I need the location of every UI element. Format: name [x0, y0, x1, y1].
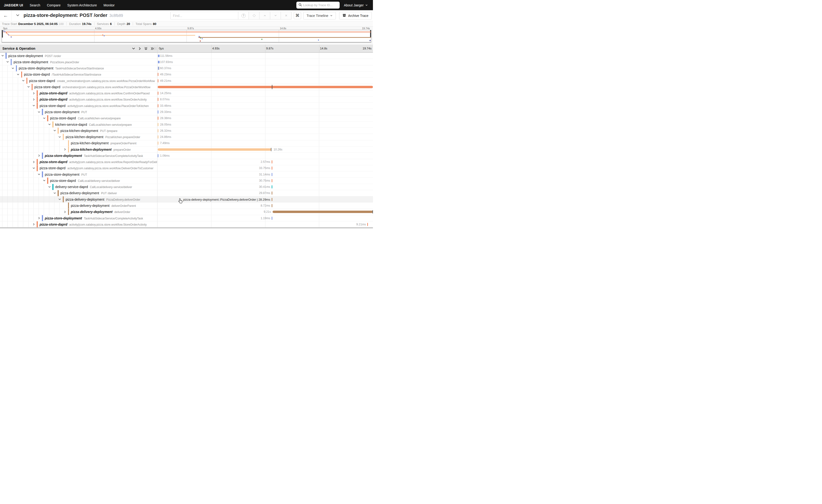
span-row[interactable]: pizza-store-daprdCallLocal/kitchen-servi… — [0, 115, 373, 121]
span-row[interactable]: pizza-store-daprdcreate_orchestration||c… — [0, 78, 373, 84]
span-row[interactable]: pizza-kitchen-deploymentprepareOrderPare… — [0, 140, 373, 146]
clear-find-button[interactable]: ✕ — [281, 12, 292, 19]
span-row-timeline[interactable]: 1.06ms — [157, 153, 373, 158]
span-bar[interactable] — [272, 204, 272, 207]
span-row-timeline[interactable]: 49.21ms — [157, 78, 373, 84]
span-row[interactable]: pizza-delivery-deploymentdeliverOrderPar… — [0, 202, 373, 209]
chevron-down-icon[interactable] — [48, 123, 51, 126]
trace-id-input[interactable] — [303, 3, 338, 7]
keyboard-shortcuts-button[interactable]: ⌘ — [294, 12, 301, 19]
span-bar[interactable] — [272, 216, 272, 220]
span-row[interactable]: pizza-store-deploymentPizzaStore.placeOr… — [0, 59, 373, 65]
span-bar[interactable] — [272, 198, 272, 201]
span-bar[interactable] — [158, 73, 158, 76]
span-row-timeline[interactable]: 31.14ms — [157, 171, 373, 177]
chevron-down-icon[interactable] — [43, 117, 46, 120]
prev-result-button[interactable] — [260, 12, 270, 19]
span-row[interactable]: pizza-kitchen-deploymentPizzaKitchen.pre… — [0, 134, 373, 140]
span-row-timeline[interactable]: 1.19ms — [157, 215, 373, 221]
chevron-right-icon[interactable] — [32, 98, 35, 101]
span-row-timeline[interactable]: 24.86ms — [157, 134, 373, 140]
chevron-down-icon[interactable] — [32, 104, 35, 107]
chevron-down-icon[interactable] — [6, 60, 9, 63]
span-row-timeline[interactable]: 49.23ms — [157, 72, 373, 77]
span-row[interactable]: pizza-store-daprdactivity||com.salaboy.p… — [0, 165, 373, 171]
span-bar[interactable] — [158, 79, 158, 82]
span-row-timeline[interactable]: 28.38ms — [157, 115, 373, 121]
span-bar[interactable] — [158, 142, 158, 145]
span-bar[interactable] — [158, 154, 158, 157]
span-row[interactable]: pizza-kitchen-deploymentPUT /prepare26.3… — [0, 128, 373, 134]
nav-item-compare[interactable]: Compare — [47, 3, 61, 7]
span-row-timeline[interactable]: 10.26s — [157, 146, 373, 152]
back-button[interactable]: ← — [0, 10, 12, 21]
chevron-down-icon[interactable] — [1, 54, 4, 57]
span-row-timeline[interactable]: 107.93ms — [157, 59, 373, 65]
chevron-right-icon[interactable] — [37, 154, 40, 157]
nav-item-system-architecture[interactable]: System Architecture — [67, 3, 97, 7]
chevron-down-icon[interactable] — [27, 85, 30, 88]
chevron-right-icon[interactable] — [32, 160, 35, 163]
archive-trace-button[interactable]: Archive Trace — [339, 12, 372, 19]
span-row[interactable]: pizza-store-deploymentTaskHubSidecarServ… — [0, 65, 373, 72]
span-row-timeline[interactable]: 8.72ms — [157, 202, 373, 208]
span-bar[interactable] — [272, 191, 272, 195]
minimap-left-handle[interactable] — [2, 30, 3, 38]
chevron-down-icon[interactable] — [53, 129, 56, 132]
span-row[interactable]: kitchen-service-daprdCallLocal/kitchen-s… — [0, 121, 373, 128]
span-bar[interactable] — [158, 67, 159, 70]
focus-span-button[interactable] — [249, 12, 260, 19]
chevron-down-icon[interactable] — [11, 67, 14, 70]
span-bar[interactable] — [158, 123, 158, 126]
collapse-trace-details-icon[interactable] — [16, 13, 20, 18]
span-bar[interactable] — [367, 223, 368, 226]
span-bar[interactable] — [158, 104, 158, 107]
span-row[interactable]: pizza-store-daprdactivity||com.salaboy.p… — [0, 90, 373, 96]
span-row-timeline[interactable]: 26.32ms — [157, 128, 373, 134]
chevron-down-icon[interactable] — [37, 173, 40, 176]
nav-item-monitor[interactable]: Monitor — [103, 3, 115, 7]
span-row-timeline[interactable]: 9.21ms — [157, 221, 373, 227]
span-bar[interactable] — [158, 92, 158, 95]
chevron-down-icon[interactable] — [43, 179, 46, 182]
chevron-right-icon[interactable] — [32, 92, 35, 95]
span-bar[interactable] — [158, 129, 158, 132]
collapse-all-icon[interactable] — [144, 47, 148, 50]
span-row-timeline[interactable]: 29.33ms — [157, 109, 373, 115]
span-row-timeline[interactable]: 111.56ms — [157, 53, 373, 59]
find-help[interactable]: ? — [238, 12, 249, 19]
span-row-timeline[interactable]: 60.37ms — [157, 65, 373, 71]
span-bar[interactable] — [272, 167, 272, 170]
span-bar[interactable] — [273, 210, 373, 213]
span-bar[interactable] — [158, 117, 158, 120]
span-row-timeline[interactable]: pizza-delivery-deployment::PizzaDelivery… — [157, 196, 373, 202]
span-row-timeline[interactable] — [157, 84, 373, 90]
chevron-down-icon[interactable] — [58, 198, 61, 201]
minimap-right-handle[interactable] — [370, 30, 371, 38]
expand-all-icon[interactable] — [150, 47, 154, 50]
span-row[interactable]: pizza-store-daprdorchestration||com.sala… — [0, 84, 373, 90]
nav-item-search[interactable]: Search — [30, 3, 40, 7]
app-logo[interactable]: JAEGER UI — [4, 3, 23, 7]
span-row[interactable]: pizza-store-daprdactivity||com.salaboy.p… — [0, 96, 373, 103]
collapse-one-icon[interactable] — [131, 47, 135, 50]
chevron-down-icon[interactable] — [53, 191, 56, 195]
span-bar[interactable] — [158, 110, 158, 114]
span-row[interactable]: pizza-store-daprd/TaskHubSidecarService/… — [0, 72, 373, 78]
span-row-timeline[interactable]: 29.87ms — [157, 190, 373, 196]
next-result-button[interactable] — [270, 12, 281, 19]
span-row-timeline[interactable]: 2.57ms — [157, 159, 373, 165]
span-row-timeline[interactable]: 33.75ms — [157, 165, 373, 171]
span-row-timeline[interactable]: 30.41ms — [157, 184, 373, 190]
chevron-right-icon[interactable] — [63, 148, 67, 151]
chevron-right-icon[interactable] — [32, 223, 35, 226]
span-row[interactable]: pizza-kitchen-deploymentprepareOrder10.2… — [0, 146, 373, 153]
span-row[interactable]: pizza-store-deploymentPUT31.14ms — [0, 171, 373, 177]
span-bar[interactable] — [158, 86, 373, 88]
span-row-timeline[interactable]: 8.07ms — [157, 96, 373, 102]
span-row[interactable]: pizza-store-deploymentTaskHubSidecarServ… — [0, 153, 373, 159]
span-row[interactable]: delivery-service-daprdCallLocal/delivery… — [0, 184, 373, 190]
span-bar[interactable] — [272, 179, 272, 182]
span-bar[interactable] — [272, 173, 272, 176]
chevron-down-icon[interactable] — [22, 79, 25, 82]
